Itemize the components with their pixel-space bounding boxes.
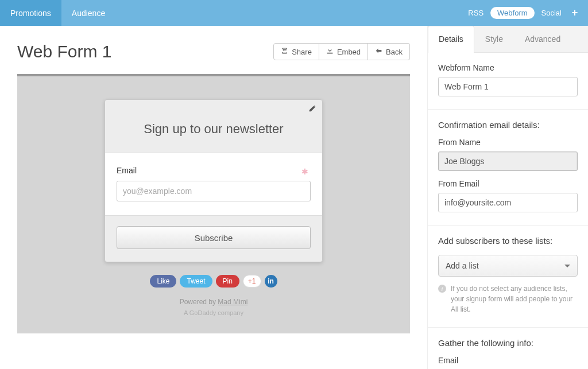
add-plus-button[interactable]: + (568, 7, 581, 19)
required-star-icon: ✱ (301, 167, 308, 176)
from-email-label: From Email (438, 179, 578, 188)
page-body: Web Form 1 Share Embed (0, 26, 588, 369)
signup-form-card: Sign up to our newsletter Email ✱ Subscr… (105, 99, 323, 262)
from-email-input[interactable] (438, 193, 578, 212)
share-icon (281, 47, 288, 56)
tab-style[interactable]: Style (474, 26, 514, 52)
main-column: Web Form 1 Share Embed (0, 26, 427, 369)
subscribe-button[interactable]: Subscribe (117, 226, 311, 249)
action-button-group: Share Embed Back (273, 43, 410, 60)
lists-hint-text: If you do not select any audience lists,… (451, 283, 578, 314)
pin-chip[interactable]: Pin (216, 275, 239, 288)
nav-audience[interactable]: Audience (61, 0, 115, 26)
tab-details[interactable]: Details (428, 26, 474, 53)
add-list-label: Add a list (446, 261, 479, 270)
embed-label: Embed (337, 48, 361, 56)
info-icon: i (438, 285, 446, 293)
share-label: Share (292, 48, 312, 56)
plus1-chip[interactable]: +1 (243, 275, 261, 288)
from-name-input[interactable] (438, 152, 578, 171)
lists-heading: Add subscribers to these lists: (438, 236, 578, 246)
tweet-chip[interactable]: Tweet (180, 275, 212, 288)
subscribe-label: Subscribe (195, 233, 233, 243)
chevron-down-icon (564, 265, 570, 267)
tab-advanced[interactable]: Advanced (514, 26, 571, 52)
confirmation-section: Confirmation email details: From Name Fr… (438, 120, 578, 212)
gather-section: Gather the following info: Email (438, 338, 578, 365)
section-divider (428, 225, 588, 226)
nav-promotions[interactable]: Promotions (0, 0, 61, 26)
powered-sub: A GoDaddy company (184, 309, 243, 316)
form-footer: Subscribe (105, 216, 322, 262)
share-button[interactable]: Share (273, 43, 319, 60)
lists-hint: i If you do not select any audience list… (438, 283, 578, 314)
email-input[interactable] (117, 181, 311, 201)
embed-button[interactable]: Embed (319, 43, 368, 60)
webform-name-label: Webform Name (438, 63, 578, 72)
gather-heading: Gather the following info: (438, 338, 578, 348)
linkedin-chip[interactable]: in (265, 275, 277, 288)
form-card-header: Sign up to our newsletter (105, 100, 322, 153)
form-title: Sign up to our newsletter (117, 122, 311, 137)
back-button[interactable]: Back (368, 43, 410, 60)
topnav-webform[interactable]: Webform (490, 7, 535, 19)
preview-canvas: Sign up to our newsletter Email ✱ Subscr… (17, 74, 410, 333)
page-title: Web Form 1 (17, 42, 112, 61)
section-divider (428, 109, 588, 110)
email-field-row: Email ✱ (117, 166, 311, 201)
download-icon (326, 47, 334, 56)
top-nav-left: Promotions Audience (0, 0, 115, 26)
like-chip[interactable]: Like (150, 275, 176, 288)
email-label: Email (117, 166, 311, 175)
back-arrow-icon (375, 47, 382, 56)
nav-label: Promotions (10, 9, 51, 18)
form-body: Email ✱ (105, 153, 322, 216)
from-name-label: From Name (438, 138, 578, 147)
nav-label: Audience (72, 9, 105, 18)
section-divider (428, 327, 588, 328)
topnav-rss[interactable]: RSS (468, 9, 483, 17)
main-header: Web Form 1 Share Embed (17, 42, 410, 61)
top-nav: Promotions Audience RSS Webform Social + (0, 0, 588, 26)
gather-email: Email (438, 356, 578, 365)
add-list-dropdown[interactable]: Add a list (438, 255, 578, 277)
webform-name-input[interactable] (438, 77, 578, 96)
powered-by: Powered by Mad Mimi (180, 298, 248, 306)
edit-pencil-icon[interactable] (308, 104, 316, 114)
back-label: Back (386, 48, 403, 56)
sidebar-tabs: Details Style Advanced (428, 26, 588, 53)
settings-sidebar: Details Style Advanced Webform Name Conf… (427, 26, 588, 369)
powered-prefix: Powered by (180, 298, 218, 306)
webform-name-section: Webform Name (438, 63, 578, 96)
confirmation-heading: Confirmation email details: (438, 120, 578, 130)
lists-section: Add subscribers to these lists: Add a li… (438, 236, 578, 314)
top-nav-right: RSS Webform Social + (468, 7, 581, 19)
social-share-row: Like Tweet Pin +1 in (150, 275, 277, 288)
topnav-social[interactable]: Social (541, 9, 562, 17)
powered-link[interactable]: Mad Mimi (218, 298, 247, 306)
